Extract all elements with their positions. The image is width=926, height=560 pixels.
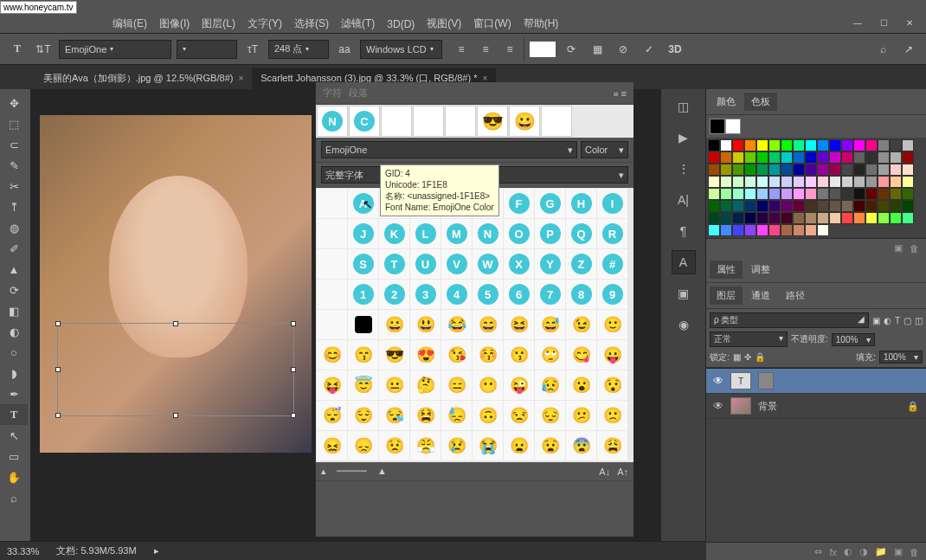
glyph-cell[interactable]: 😶 xyxy=(473,370,503,400)
swatch[interactable] xyxy=(781,176,793,188)
swatch[interactable] xyxy=(817,151,829,164)
swatch[interactable] xyxy=(805,200,817,212)
recent-glyph[interactable]: C xyxy=(349,106,380,137)
menu-3d[interactable]: 3D(D) xyxy=(387,18,415,30)
swatch[interactable] xyxy=(781,164,793,176)
glyph-cell[interactable]: 9 xyxy=(597,280,627,309)
glyph-cell[interactable]: P xyxy=(535,219,565,248)
swatch[interactable] xyxy=(890,200,902,212)
glyph-cell[interactable]: 😀 xyxy=(379,310,409,339)
swatch[interactable] xyxy=(793,212,805,224)
swatch[interactable] xyxy=(865,212,878,224)
swatch[interactable] xyxy=(853,151,865,164)
swatch[interactable] xyxy=(732,224,744,236)
tab-properties[interactable]: 属性 xyxy=(710,261,743,279)
swatch[interactable] xyxy=(829,139,841,151)
glyph-cell[interactable]: 😙 xyxy=(348,340,378,370)
swatch[interactable] xyxy=(793,164,805,176)
glyph-cell[interactable]: 😯 xyxy=(597,370,627,400)
swatch[interactable] xyxy=(841,164,853,176)
swatch[interactable] xyxy=(878,176,890,188)
glyph-cell[interactable]: 😘 xyxy=(441,340,472,370)
glyph-cell[interactable]: 😜 xyxy=(504,370,534,400)
brush-tool[interactable]: ✐ xyxy=(0,238,28,259)
glyph-cell[interactable]: X xyxy=(504,249,534,279)
eyedropper-tool[interactable]: ⤒ xyxy=(0,196,28,217)
glyph-cell[interactable]: 😪 xyxy=(379,401,409,430)
swatch[interactable] xyxy=(902,188,914,200)
mask-icon[interactable]: ◐ xyxy=(844,546,852,557)
glyph-cell[interactable]: 😎 xyxy=(379,340,409,370)
glyph-cell[interactable]: 😛 xyxy=(597,340,627,370)
move-tool[interactable]: ✥ xyxy=(0,93,28,113)
pen-tool[interactable]: ✒ xyxy=(0,383,28,404)
dock-actions-icon[interactable]: ▶ xyxy=(672,126,696,150)
visibility-icon[interactable]: 👁 xyxy=(713,400,723,412)
crop-tool[interactable]: ✂ xyxy=(0,176,28,196)
swatch[interactable] xyxy=(708,200,720,212)
char-panel-icon[interactable]: ▦ xyxy=(587,39,608,60)
glyph-cell[interactable]: L xyxy=(410,219,440,248)
swatch[interactable] xyxy=(878,139,890,151)
glyph-cell[interactable]: K xyxy=(379,219,409,248)
font-size-select[interactable]: 248 点▾ xyxy=(268,40,329,59)
new-swatch-icon[interactable]: ▣ xyxy=(894,242,903,254)
swatch[interactable] xyxy=(841,200,853,212)
tab-paths[interactable]: 路径 xyxy=(779,286,812,305)
swatch[interactable] xyxy=(841,188,853,200)
glyph-cell[interactable]: 😞 xyxy=(348,431,378,460)
swatch[interactable] xyxy=(853,212,865,224)
glyph-cell[interactable]: 😢 xyxy=(441,431,472,460)
lock-pixels-icon[interactable]: ▦ xyxy=(733,352,741,362)
glyph-cell[interactable]: Z xyxy=(566,249,596,279)
minimize-button[interactable]: — xyxy=(848,16,867,29)
swatch[interactable] xyxy=(853,176,865,188)
swatch[interactable] xyxy=(732,212,744,224)
status-flyout-icon[interactable]: ▸ xyxy=(154,545,159,557)
type-tool-icon[interactable]: T xyxy=(7,39,28,60)
layer-name[interactable]: 背景 xyxy=(758,400,777,413)
filter-pixel-icon[interactable]: ▣ xyxy=(872,316,880,325)
swatch[interactable] xyxy=(720,151,732,164)
lock-position-icon[interactable]: ✜ xyxy=(744,352,751,362)
swatch[interactable] xyxy=(720,200,732,212)
glyph-cell[interactable]: # xyxy=(597,249,627,279)
swatch[interactable] xyxy=(853,200,865,212)
share-icon[interactable]: ↗ xyxy=(898,39,919,60)
dock-brushes-icon[interactable]: ⋮ xyxy=(672,157,696,181)
glyph-cell[interactable]: H xyxy=(566,189,596,218)
swatch[interactable] xyxy=(708,151,720,164)
swatch[interactable] xyxy=(829,176,841,188)
swatch[interactable] xyxy=(805,139,817,151)
swatch[interactable] xyxy=(829,151,841,164)
glyph-cell[interactable]: J xyxy=(348,219,378,248)
swatch[interactable] xyxy=(708,139,720,151)
swatch[interactable] xyxy=(793,176,805,188)
swatch[interactable] xyxy=(793,200,805,212)
swatch[interactable] xyxy=(865,176,878,188)
swatch[interactable] xyxy=(793,188,805,200)
warp-text-icon[interactable]: ⟳ xyxy=(561,39,582,60)
glyph-cell[interactable] xyxy=(317,310,347,339)
layer-background[interactable]: 👁 背景 🔒 xyxy=(706,394,926,419)
stamp-tool[interactable]: ▲ xyxy=(0,259,28,280)
hand-tool[interactable]: ✋ xyxy=(0,467,28,487)
recent-glyph[interactable] xyxy=(445,106,476,137)
visibility-icon[interactable]: 👁 xyxy=(713,375,723,387)
swatch[interactable] xyxy=(744,200,756,212)
glyph-cell[interactable]: 2 xyxy=(379,280,409,309)
swatch[interactable] xyxy=(817,176,829,188)
align-center-icon[interactable]: ≡ xyxy=(475,39,496,60)
type-tool[interactable]: T xyxy=(0,404,28,425)
glyph-font-select[interactable]: EmojiOne▾ xyxy=(321,141,577,158)
swatch[interactable] xyxy=(744,151,756,164)
swatch[interactable] xyxy=(878,188,890,200)
search-icon[interactable]: ⌕ xyxy=(872,39,893,60)
bg-color[interactable] xyxy=(725,119,741,134)
swatch[interactable] xyxy=(720,176,732,188)
swatch[interactable] xyxy=(829,164,841,176)
glyph-cell[interactable]: 😕 xyxy=(566,401,596,430)
swatch[interactable] xyxy=(732,176,744,188)
swatch[interactable] xyxy=(817,212,829,224)
glyph-cell[interactable]: 😂 xyxy=(441,310,472,339)
